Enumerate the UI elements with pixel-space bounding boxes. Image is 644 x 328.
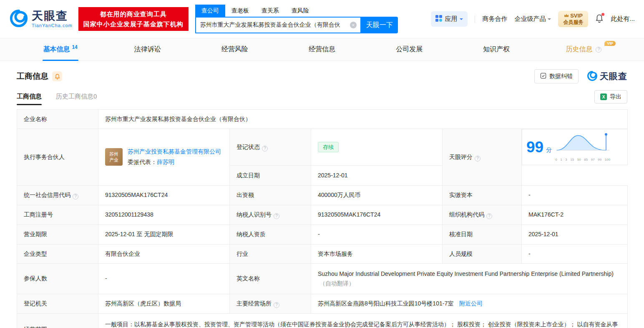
menu-item-label: 商务合作 bbox=[482, 15, 507, 23]
search-tab-label: 查风险 bbox=[292, 7, 309, 15]
business-term-value: 2025-12-01 至 无固定期限 bbox=[98, 225, 230, 244]
field-label: 参保人数 bbox=[17, 263, 98, 294]
tab-history-info[interactable]: 历史信息 VIP bbox=[540, 38, 627, 61]
reg-number-value: 320512001129438 bbox=[98, 205, 230, 225]
tab-basic-info[interactable]: 基本信息 14 bbox=[17, 38, 104, 61]
value-text: 资本市场服务 bbox=[318, 250, 353, 257]
help-icon[interactable] bbox=[274, 213, 279, 219]
search-area: 查公司 查老板 查关系 查风险 天眼一下 bbox=[195, 5, 398, 33]
user-menu[interactable]: 此处有... bbox=[611, 15, 635, 23]
tianyancha-watermark: 天眼查 bbox=[587, 71, 627, 83]
correction-icon bbox=[540, 73, 546, 80]
label-text: 成立日期 bbox=[236, 172, 260, 179]
help-icon[interactable] bbox=[596, 47, 601, 53]
export-label: 导出 bbox=[610, 93, 621, 101]
tab-company-development[interactable]: 公司发展 bbox=[366, 38, 453, 61]
label-text: 核准日期 bbox=[449, 231, 473, 237]
apps-menu-button[interactable]: 应用 bbox=[431, 11, 468, 27]
subtab-label: 历史工商信息0 bbox=[56, 93, 97, 100]
table-row: 企业名称 苏州市重大产业发展私募投资基金合伙企业（有限合伙） bbox=[17, 110, 628, 129]
label-text: 营业期限 bbox=[24, 231, 47, 237]
field-label: 经营范围 bbox=[17, 313, 98, 328]
subtab-business-info[interactable]: 工商信息 bbox=[17, 93, 42, 105]
partner-avatar[interactable]: 苏州 产业 bbox=[105, 148, 123, 166]
chevron-down-icon bbox=[548, 18, 551, 22]
value-text: Suzhou Major Industrial Development Priv… bbox=[318, 270, 614, 277]
search-tab-risk[interactable]: 查风险 bbox=[285, 5, 315, 17]
menu-item-cooperation[interactable]: 商务合作 bbox=[482, 15, 507, 23]
field-label: 纳税人资质 bbox=[230, 225, 311, 244]
search-button[interactable]: 天眼一下 bbox=[361, 17, 398, 33]
subtab-label: 工商信息 bbox=[17, 93, 42, 100]
value-text: 400000万人民币 bbox=[318, 192, 361, 198]
delegate-link[interactable]: 薛苏明 bbox=[157, 159, 174, 165]
help-icon[interactable] bbox=[73, 194, 78, 199]
label-text: 登记状态 bbox=[236, 144, 260, 150]
subscribe-bell-icon[interactable] bbox=[52, 71, 62, 81]
staff-size-value: - bbox=[522, 244, 628, 263]
registry-value: 苏州高新区（虎丘区）数据局 bbox=[98, 294, 230, 313]
search-tab-relation[interactable]: 查关系 bbox=[255, 5, 285, 17]
help-icon[interactable] bbox=[262, 146, 268, 151]
search-tabs: 查公司 查老板 查关系 查风险 bbox=[195, 5, 398, 17]
export-button[interactable]: 导出 bbox=[594, 90, 627, 103]
label-text: 企业名称 bbox=[24, 116, 47, 122]
sub-tabs: 工商信息 历史工商信息0 导出 bbox=[0, 90, 644, 105]
tianyancha-logo[interactable]: 天眼查 TianYanCha.com bbox=[9, 9, 73, 29]
search-tab-company[interactable]: 查公司 bbox=[195, 5, 225, 17]
clear-search-icon[interactable] bbox=[350, 22, 357, 28]
logo-brand-text: 天眼查 bbox=[32, 10, 73, 23]
executive-partner-cell: 苏州 产业 苏州产业投资私募基金管理有限公司 委派代表：薛苏明 bbox=[98, 129, 230, 186]
svip-member-button[interactable]: SVIP 会员服务 bbox=[558, 11, 588, 27]
partner-company-link[interactable]: 苏州产业投资私募基金管理有限公司 bbox=[128, 148, 221, 155]
label-text: 执行事务合伙人 bbox=[24, 154, 65, 160]
value-text: 2025-12-01 bbox=[528, 231, 558, 237]
value-text: 320512001129438 bbox=[105, 211, 153, 218]
label-text: 人员规模 bbox=[449, 250, 473, 257]
field-label: 英文名称 bbox=[230, 263, 311, 294]
tab-label: 公司发展 bbox=[396, 45, 423, 54]
label-text: 出资额 bbox=[236, 192, 254, 198]
tab-operation-info[interactable]: 经营信息 bbox=[278, 38, 365, 61]
value-text: - bbox=[528, 250, 531, 257]
field-label: 组织机构代码 bbox=[443, 205, 522, 225]
nearby-companies-link[interactable]: 附近公司 bbox=[459, 300, 483, 307]
label-text: 行业 bbox=[236, 250, 248, 257]
menu-item-enterprise[interactable]: 企业级产品 bbox=[514, 15, 551, 23]
value-text: 2025-12-01 至 无固定期限 bbox=[105, 231, 173, 237]
field-label: 主要经营场所 bbox=[230, 294, 311, 313]
divider bbox=[475, 15, 475, 23]
company-name-value: 苏州市重大产业发展私募投资基金合伙企业（有限合伙） bbox=[98, 110, 628, 129]
business-scope-value: 一般项目：以私募基金从事股权投资、投资管理、资产管理等活动（须在中国证券投资基金… bbox=[98, 313, 628, 328]
data-correction-button[interactable]: 数据纠错 bbox=[534, 69, 579, 83]
tab-operation-risk[interactable]: 经营风险 bbox=[191, 38, 278, 61]
tab-label: 经营信息 bbox=[309, 45, 335, 54]
tab-intellectual-property[interactable]: 知识产权 bbox=[453, 38, 540, 61]
search-tab-boss[interactable]: 查老板 bbox=[225, 5, 255, 17]
logo-domain-text: TianYanCha.com bbox=[32, 23, 73, 28]
label-text: 经营范围 bbox=[24, 326, 47, 328]
subtab-history-business-info[interactable]: 历史工商信息0 bbox=[56, 93, 97, 105]
label-text: 统一社会信用代码 bbox=[24, 192, 70, 198]
help-icon[interactable] bbox=[475, 156, 480, 161]
label-text: 参保人数 bbox=[24, 275, 47, 282]
capital-value: 400000万人民币 bbox=[311, 185, 443, 205]
field-label: 登记状态 bbox=[230, 129, 311, 166]
search-input[interactable] bbox=[196, 22, 360, 28]
value-text: 苏州高新区金燕路8号阳山科技工业园10号楼101-7室 bbox=[318, 300, 453, 307]
label-text: 企业类型 bbox=[24, 250, 47, 257]
value-text: 91320505MAK176CT24 bbox=[105, 192, 168, 198]
tab-legal[interactable]: 法律诉讼 bbox=[104, 38, 191, 61]
delegate-label: 委派代表： bbox=[128, 159, 157, 165]
excel-icon bbox=[600, 93, 607, 100]
help-icon[interactable] bbox=[274, 302, 279, 308]
field-label: 登记机关 bbox=[17, 294, 98, 313]
table-row: 经营范围 一般项目：以私募基金从事股权投资、投资管理、资产管理等活动（须在中国证… bbox=[17, 313, 628, 328]
score-distribution-chart: 0131550859799100 bbox=[555, 132, 610, 162]
notifications-button[interactable] bbox=[595, 14, 604, 24]
org-code-value: MAK176CT-2 bbox=[522, 205, 628, 225]
business-info-table: 企业名称 苏州市重大产业发展私募投资基金合伙企业（有限合伙） 执行事务合伙人 苏… bbox=[17, 109, 628, 328]
help-icon[interactable] bbox=[486, 213, 492, 219]
tianyancha-swirl-icon bbox=[9, 9, 28, 29]
field-label: 企业名称 bbox=[17, 110, 98, 129]
